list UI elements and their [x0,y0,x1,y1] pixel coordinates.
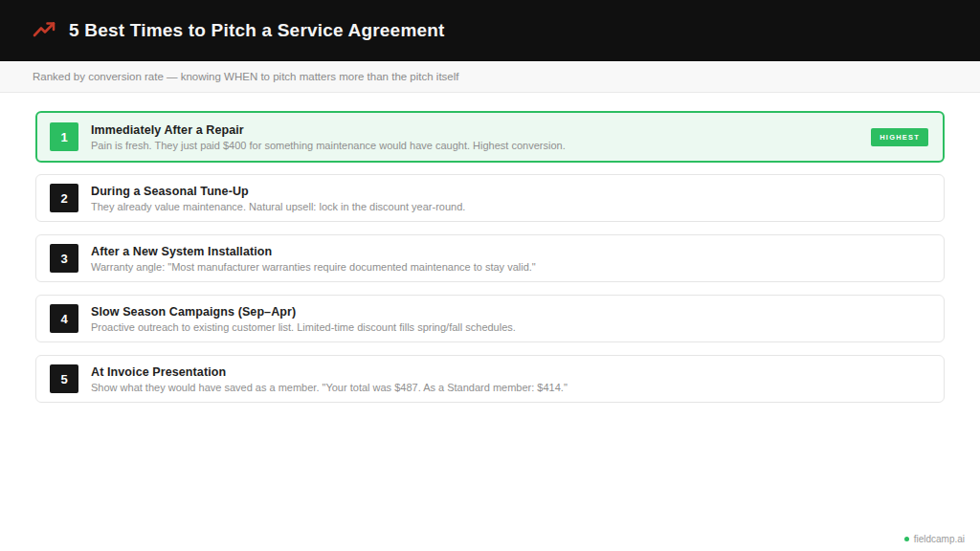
list-item-title: During a Seasonal Tune-Up [91,185,465,198]
rank-badge-2: 2 [50,184,78,212]
list-item-description: Proactive outreach to existing customer … [91,321,516,333]
list-item-text: After a New System Installation Warranty… [91,245,536,273]
list-item-title: Slow Season Campaigns (Sep–Apr) [91,305,516,319]
brand-footer: fieldcamp.ai [904,534,965,544]
highest-badge: HIGHEST [871,128,928,146]
brand-dot-icon [904,537,909,541]
list-item-text: Immediately After a Repair Pain is fresh… [91,123,566,151]
list-item-4: 4 Slow Season Campaigns (Sep–Apr) Proact… [35,295,945,342]
list-item-3: 3 After a New System Installation Warran… [35,234,945,282]
list-item-2: 2 During a Seasonal Tune-Up They already… [35,174,945,222]
list-item-description: Pain is fresh. They just paid $400 for s… [91,140,566,151]
list-item-1: 1 Immediately After a Repair Pain is fre… [35,111,945,163]
page-title: 5 Best Times to Pitch a Service Agreemen… [69,20,445,41]
ranked-list: 1 Immediately After a Repair Pain is fre… [0,93,980,403]
brand-name: fieldcamp.ai [914,534,965,544]
list-item-text: Slow Season Campaigns (Sep–Apr) Proactiv… [91,305,516,333]
trending-up-icon [33,19,56,42]
rank-badge-3: 3 [50,244,78,273]
list-item-text: During a Seasonal Tune-Up They already v… [91,185,465,212]
rank-badge-5: 5 [50,364,78,393]
list-item-title: Immediately After a Repair [91,123,566,137]
list-item-text: At Invoice Presentation Show what they w… [91,365,568,393]
rank-badge-1: 1 [50,122,78,151]
list-item-5: 5 At Invoice Presentation Show what they… [35,355,945,403]
subtitle-bar: Ranked by conversion rate — knowing WHEN… [0,61,980,93]
list-item-title: At Invoice Presentation [91,365,568,379]
rank-badge-4: 4 [50,304,78,333]
list-item-description: Show what they would have saved as a mem… [91,382,568,393]
header-bar: 5 Best Times to Pitch a Service Agreemen… [0,0,980,61]
list-item-title: After a New System Installation [91,245,536,258]
list-item-description: They already value maintenance. Natural … [91,201,465,212]
subtitle-text: Ranked by conversion rate — knowing WHEN… [33,71,459,82]
list-item-description: Warranty angle: "Most manufacturer warra… [91,261,536,273]
